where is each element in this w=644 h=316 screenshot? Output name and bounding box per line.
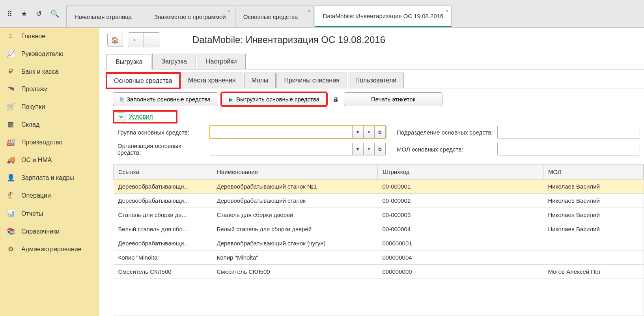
subtab-users[interactable]: Пользователи xyxy=(348,73,404,88)
dropdown-icon[interactable]: ▾ xyxy=(352,143,363,155)
tab-assets[interactable]: Основные средства × xyxy=(235,6,314,27)
mol-input[interactable] xyxy=(498,143,640,155)
col-name[interactable]: Наименование xyxy=(212,165,378,180)
sidebar-item-purchases[interactable]: 🛒Покупки xyxy=(0,98,99,116)
dept-combo[interactable] xyxy=(497,126,640,138)
open-icon[interactable]: ⧉ xyxy=(374,143,385,155)
cell-link: Деревообрабатывающи... xyxy=(114,180,212,194)
dropdown-icon[interactable]: ▾ xyxy=(352,126,363,138)
sidebar-item-manager[interactable]: 📈Руководителю xyxy=(0,45,99,63)
tab-datamobile[interactable]: DataMobile: Инвентаризация ОС 19.08.2016… xyxy=(315,6,452,27)
table-row[interactable]: Копир "Minolta"Копир "Minolta"000000004 xyxy=(114,251,644,265)
cell-link: Смеситель СКЛ500 xyxy=(114,265,212,279)
sidebar-item-sales[interactable]: 🛍Продажи xyxy=(0,80,99,98)
button-label: Выгрузить основные средства xyxy=(236,96,319,103)
filters: Группа основных средств: ▾ × ⧉ Подраздел… xyxy=(104,126,644,163)
search-icon[interactable]: 🔍 xyxy=(50,9,59,18)
tab-settings[interactable]: Настройки xyxy=(197,54,246,69)
sidebar: ≡Главное 📈Руководителю ₽Банк и касса 🛍Пр… xyxy=(0,28,99,316)
cart-icon: 🛒 xyxy=(6,103,15,111)
dept-input[interactable] xyxy=(498,126,640,138)
ruble-icon: ₽ xyxy=(6,67,15,76)
history-icon[interactable]: ↺ xyxy=(36,9,42,18)
fill-assets-button[interactable]: ⎘ Заполнить основные средства xyxy=(113,92,218,106)
conditions-label: Условия xyxy=(129,113,153,120)
group-label: Группа основных средств: xyxy=(118,129,206,136)
table-row[interactable]: Деревообрабатывающи...Деревообрабатывающ… xyxy=(114,180,644,194)
cell-mol: Могов Алексей Пет xyxy=(543,265,644,279)
cell-name: Деревообрабатывающий станок (чугун) xyxy=(212,236,378,251)
person-icon: 👤 xyxy=(6,174,15,182)
actions-bar: ⎘ Заполнить основные средства ▶ Выгрузит… xyxy=(113,92,644,106)
table-row[interactable]: Стапель для сборки дв...Стапель для сбор… xyxy=(114,208,644,222)
close-icon[interactable]: × xyxy=(228,8,231,14)
sidebar-item-production[interactable]: 🏭Производство xyxy=(0,133,99,151)
sidebar-item-main[interactable]: ≡Главное xyxy=(0,28,99,45)
close-icon[interactable]: × xyxy=(445,8,448,14)
fill-icon: ⎘ xyxy=(120,96,123,103)
export-assets-button[interactable]: ▶ Выгрузить основные средства xyxy=(221,92,327,106)
content-head: 🏠 ← → DataMobile: Инвентаризация ОС 19.0… xyxy=(104,32,644,50)
conditions-toggle[interactable]: Условия xyxy=(114,111,177,123)
sidebar-item-catalogs[interactable]: 📚Справочники xyxy=(0,223,99,240)
sidebar-item-label: Производство xyxy=(21,139,62,146)
clear-icon[interactable]: × xyxy=(363,143,374,155)
home-button[interactable]: 🏠 xyxy=(107,33,123,47)
mol-combo[interactable] xyxy=(497,143,640,155)
sidebar-item-bank[interactable]: ₽Банк и касса xyxy=(0,63,99,80)
sidebar-item-hr[interactable]: 👤Зарплата и кадры xyxy=(0,169,99,187)
group-combo[interactable]: ▾ × ⧉ xyxy=(210,126,386,138)
sidebar-item-label: Зарплата и кадры xyxy=(21,174,74,181)
sidebar-item-warehouse[interactable]: ▦Склад xyxy=(0,116,99,133)
sidebar-item-operations[interactable]: ДтКтОперации xyxy=(0,187,99,205)
cell-code: 000000004 xyxy=(378,251,543,265)
sidebar-item-label: ОС и НМА xyxy=(21,157,52,164)
subtab-mols[interactable]: Молы xyxy=(244,73,276,88)
col-code[interactable]: Штрихкод xyxy=(378,165,543,180)
page-title: DataMobile: Инвентаризация ОС 19.08.2016 xyxy=(192,34,385,45)
tab-intro[interactable]: Знакомство с программой × xyxy=(146,6,234,27)
open-icon[interactable]: ⧉ xyxy=(374,126,385,138)
dtkt-icon: ДтКт xyxy=(6,191,15,200)
org-combo[interactable]: ▾ × ⧉ xyxy=(210,143,386,155)
cell-link: Копир "Minolta" xyxy=(114,251,212,265)
sidebar-item-assets[interactable]: 🚚ОС и НМА xyxy=(0,151,99,169)
print-labels-button[interactable]: Печать этикеток xyxy=(344,92,442,106)
table-row[interactable]: Деревообрабатывающи...Деревообрабатывающ… xyxy=(114,194,644,208)
truck-icon: 🚚 xyxy=(6,156,15,164)
org-input[interactable] xyxy=(210,143,352,155)
tab-export[interactable]: Выгрузка xyxy=(106,54,151,69)
subtab-assets[interactable]: Основные средства xyxy=(106,73,180,88)
chart-icon: 📈 xyxy=(6,50,15,58)
subtab-writeoff[interactable]: Причины списания xyxy=(276,73,347,88)
sidebar-item-label: Администрирование xyxy=(21,246,82,253)
books-icon: 📚 xyxy=(6,227,15,236)
tab-import[interactable]: Загрузка xyxy=(152,54,196,69)
topbar-icons: ⠿ ★ ↺ 🔍 xyxy=(0,0,66,27)
forward-button[interactable]: → xyxy=(144,33,160,47)
table-row[interactable]: Смеситель СКЛ500Смеситель СКЛ50000000000… xyxy=(114,265,644,279)
group-input[interactable] xyxy=(210,126,352,138)
col-mol[interactable]: МОЛ xyxy=(543,165,644,180)
apps-icon[interactable]: ⠿ xyxy=(7,9,12,18)
sidebar-item-admin[interactable]: ⚙Администрирование xyxy=(0,240,99,258)
table-row[interactable]: Белый стапель для сбо...Белый стапель дл… xyxy=(114,222,644,236)
cell-name: Белый стапель для сборки дверей xyxy=(212,222,378,236)
close-icon[interactable]: × xyxy=(308,8,310,14)
table-row[interactable]: Деревообрабатывающи...Деревообрабатывающ… xyxy=(114,236,644,251)
clear-icon[interactable]: × xyxy=(363,126,374,138)
sidebar-item-label: Покупки xyxy=(21,103,45,110)
button-label: Заполнить основные средства xyxy=(127,96,211,103)
col-link[interactable]: Ссылка xyxy=(114,165,212,180)
gear-icon: ⚙ xyxy=(6,245,15,253)
sidebar-item-reports[interactable]: 📊Отчеты xyxy=(0,205,99,223)
subtab-locations[interactable]: Места хранения xyxy=(181,73,243,88)
star-icon[interactable]: ★ xyxy=(21,9,27,18)
back-button[interactable]: ← xyxy=(128,33,144,47)
tab-label: Знакомство с программой xyxy=(154,13,226,20)
menu-icon: ≡ xyxy=(6,32,15,40)
chevron-down-icon xyxy=(117,112,125,121)
tab-home[interactable]: Начальная страница xyxy=(66,6,145,27)
cell-code: 00-000002 xyxy=(378,194,543,208)
cell-code: 00-000001 xyxy=(378,180,543,194)
